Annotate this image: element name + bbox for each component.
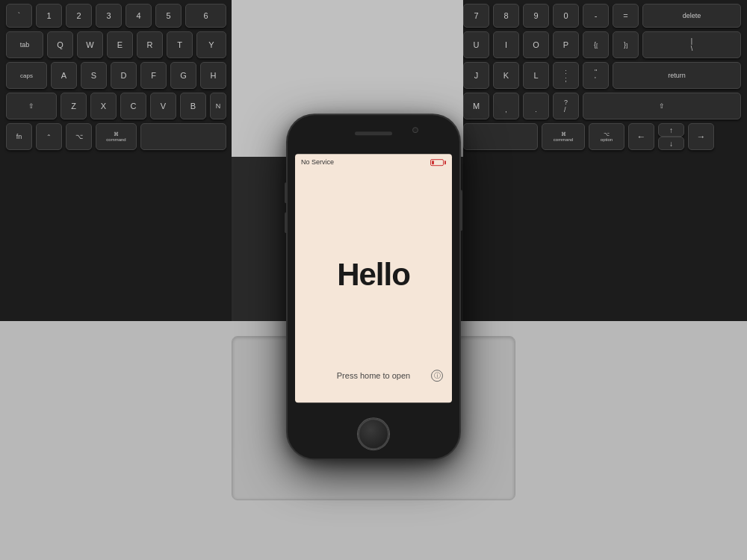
iphone-power-button[interactable]: [459, 190, 462, 231]
key-0[interactable]: 0: [553, 4, 579, 28]
key-k[interactable]: K: [493, 62, 519, 89]
key-j[interactable]: J: [463, 62, 489, 89]
battery-body: [430, 159, 444, 166]
key-tab[interactable]: tab: [6, 31, 43, 58]
key-s[interactable]: S: [81, 62, 107, 89]
iphone-camera: [412, 127, 418, 133]
key-4[interactable]: 4: [125, 4, 152, 28]
iphone-volume-up-button[interactable]: [285, 182, 288, 203]
key-option-left[interactable]: ⌥: [66, 123, 92, 150]
key-shift-right[interactable]: ⇧: [583, 93, 741, 119]
key-cmd-right[interactable]: ⌘ command: [542, 123, 585, 150]
key-quote[interactable]: "': [583, 62, 609, 89]
key-equals[interactable]: =: [613, 4, 639, 28]
iphone-volume-down-button[interactable]: [285, 212, 288, 233]
key-o[interactable]: O: [523, 31, 549, 58]
press-home-text: Press home to open: [295, 371, 452, 380]
key-v[interactable]: V: [150, 93, 176, 119]
key-left-arrow[interactable]: ←: [628, 123, 654, 150]
key-5[interactable]: 5: [155, 4, 182, 28]
key-1[interactable]: 1: [36, 4, 62, 28]
key-f[interactable]: F: [140, 62, 167, 89]
key-fn[interactable]: fn: [6, 123, 32, 150]
key-tilde[interactable]: `: [6, 4, 32, 28]
battery-indicator: [430, 159, 446, 166]
key-z[interactable]: Z: [61, 93, 87, 119]
key-delete[interactable]: delete: [642, 4, 741, 28]
iphone-status-bar: No Service: [295, 154, 452, 170]
iphone-home-button[interactable]: [358, 418, 389, 449]
battery-tip: [444, 161, 446, 164]
key-l[interactable]: L: [523, 62, 549, 89]
key-9[interactable]: 9: [523, 4, 549, 28]
key-partial-n[interactable]: N: [210, 93, 226, 119]
key-c[interactable]: C: [120, 93, 146, 119]
key-lbracket[interactable]: {[: [583, 31, 609, 58]
key-partial-h[interactable]: H: [200, 62, 226, 89]
key-space-left[interactable]: [140, 123, 226, 150]
key-down-arrow[interactable]: ↓: [658, 137, 684, 150]
iphone-speaker: [355, 131, 392, 135]
key-backslash[interactable]: |\: [642, 31, 741, 58]
key-semicolon[interactable]: :;: [553, 62, 579, 89]
key-7[interactable]: 7: [463, 4, 489, 28]
key-3[interactable]: 3: [96, 4, 122, 28]
keyboard-right: 7 8 9 0 - = delete U I O P {[ }] |\ J K …: [463, 0, 747, 329]
key-rbracket[interactable]: }]: [613, 31, 639, 58]
key-up-arrow[interactable]: ↑: [658, 123, 684, 137]
battery-fill: [432, 161, 434, 164]
key-space-right[interactable]: [463, 123, 538, 150]
key-p[interactable]: P: [553, 31, 579, 58]
key-slash[interactable]: ?/: [553, 93, 579, 119]
key-minus[interactable]: -: [583, 4, 609, 28]
info-icon[interactable]: ⓘ: [431, 370, 443, 382]
key-caps[interactable]: caps: [6, 62, 47, 89]
key-return[interactable]: return: [613, 62, 741, 89]
key-u[interactable]: U: [463, 31, 489, 58]
key-a[interactable]: A: [51, 62, 77, 89]
key-option-right[interactable]: ⌥ option: [589, 123, 624, 150]
iphone-device: No Service Hello Press home to open ⓘ: [288, 115, 459, 458]
hello-text: Hello: [337, 257, 410, 293]
key-d[interactable]: D: [111, 62, 137, 89]
key-right-arrow[interactable]: →: [688, 123, 714, 150]
key-t[interactable]: T: [167, 31, 193, 58]
key-cmd-left[interactable]: ⌘ command: [96, 123, 137, 150]
key-ctrl[interactable]: ⌃: [36, 123, 62, 150]
key-2[interactable]: 2: [66, 4, 92, 28]
iphone-screen[interactable]: No Service Hello Press home to open ⓘ: [295, 154, 452, 402]
key-period[interactable]: .: [523, 93, 549, 119]
key-i[interactable]: I: [493, 31, 519, 58]
keyboard-left: ` 1 2 3 4 5 6 tab Q W E R T Y caps A S D…: [0, 0, 232, 329]
key-comma[interactable]: ,: [493, 93, 519, 119]
key-q[interactable]: Q: [47, 31, 73, 58]
key-g[interactable]: G: [170, 62, 196, 89]
key-x[interactable]: X: [90, 93, 117, 119]
key-6[interactable]: 6: [185, 4, 226, 28]
key-r[interactable]: R: [137, 31, 163, 58]
key-b[interactable]: B: [180, 93, 206, 119]
key-m[interactable]: M: [463, 93, 489, 119]
key-w[interactable]: W: [77, 31, 103, 58]
key-partial-y[interactable]: Y: [196, 31, 226, 58]
key-8[interactable]: 8: [493, 4, 519, 28]
key-shift-left[interactable]: ⇧: [6, 93, 57, 119]
carrier-text: No Service: [301, 158, 334, 166]
key-e[interactable]: E: [107, 31, 133, 58]
